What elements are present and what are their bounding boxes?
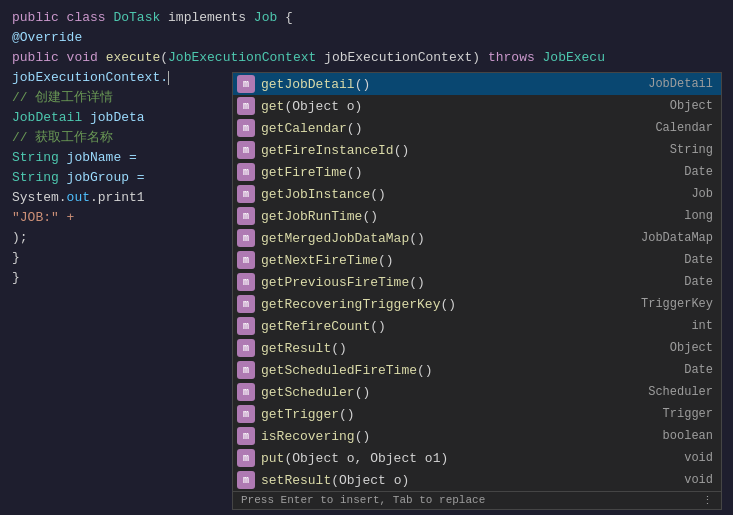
autocomplete-item-name: getScheduler() [261, 385, 637, 400]
method-icon: m [237, 163, 255, 181]
autocomplete-item-name: getNextFireTime() [261, 253, 637, 268]
method-icon: m [237, 229, 255, 247]
autocomplete-item[interactable]: mgetJobInstance()Job [233, 183, 721, 205]
autocomplete-item-return-type: JobDataMap [637, 231, 717, 245]
autocomplete-item-name: getRefireCount() [261, 319, 637, 334]
autocomplete-item-name: getJobInstance() [261, 187, 637, 202]
autocomplete-item[interactable]: msetResult(Object o)void [233, 469, 721, 491]
autocomplete-item-return-type: TriggerKey [637, 297, 717, 311]
autocomplete-item[interactable]: mgetResult()Object [233, 337, 721, 359]
method-icon: m [237, 119, 255, 137]
autocomplete-item[interactable]: mgetRefireCount()int [233, 315, 721, 337]
method-icon: m [237, 185, 255, 203]
method-icon: m [237, 427, 255, 445]
method-icon: m [237, 251, 255, 269]
method-icon: m [237, 317, 255, 335]
autocomplete-item-return-type: int [637, 319, 717, 333]
autocomplete-item-name: getRecoveringTriggerKey() [261, 297, 637, 312]
autocomplete-item[interactable]: mgetCalendar()Calendar [233, 117, 721, 139]
autocomplete-dropdown[interactable]: mgetJobDetail()JobDetailmget(Object o)Ob… [232, 72, 722, 510]
autocomplete-item-return-type: void [637, 451, 717, 465]
autocomplete-item-name: getTrigger() [261, 407, 637, 422]
autocomplete-item[interactable]: mgetMergedJobDataMap()JobDataMap [233, 227, 721, 249]
autocomplete-item-return-type: JobDetail [637, 77, 717, 91]
autocomplete-item[interactable]: mgetNextFireTime()Date [233, 249, 721, 271]
autocomplete-item-name: getJobRunTime() [261, 209, 637, 224]
autocomplete-item[interactable]: mget(Object o)Object [233, 95, 721, 117]
autocomplete-item-name: getJobDetail() [261, 77, 637, 92]
autocomplete-item[interactable]: mgetScheduledFireTime()Date [233, 359, 721, 381]
autocomplete-item[interactable]: mgetJobDetail()JobDetail [233, 73, 721, 95]
autocomplete-item-return-type: Calendar [637, 121, 717, 135]
autocomplete-item[interactable]: misRecovering()boolean [233, 425, 721, 447]
autocomplete-item-name: getPreviousFireTime() [261, 275, 637, 290]
autocomplete-item-return-type: Job [637, 187, 717, 201]
autocomplete-hint: Press Enter to insert, Tab to replace [241, 494, 485, 507]
autocomplete-item-name: isRecovering() [261, 429, 637, 444]
method-icon: m [237, 97, 255, 115]
autocomplete-item-name: get(Object o) [261, 99, 637, 114]
autocomplete-item-return-type: String [637, 143, 717, 157]
autocomplete-item-return-type: Date [637, 253, 717, 267]
autocomplete-item-return-type: long [637, 209, 717, 223]
autocomplete-item[interactable]: mgetPreviousFireTime()Date [233, 271, 721, 293]
autocomplete-item-return-type: Trigger [637, 407, 717, 421]
method-icon: m [237, 207, 255, 225]
autocomplete-item[interactable]: mgetJobRunTime()long [233, 205, 721, 227]
autocomplete-footer: Press Enter to insert, Tab to replace⋮ [233, 491, 721, 509]
autocomplete-item-return-type: Date [637, 363, 717, 377]
method-icon: m [237, 383, 255, 401]
method-icon: m [237, 361, 255, 379]
autocomplete-item-return-type: Object [637, 341, 717, 355]
method-icon: m [237, 273, 255, 291]
autocomplete-item-return-type: void [637, 473, 717, 487]
autocomplete-item-return-type: boolean [637, 429, 717, 443]
code-line-2: @Override [0, 28, 733, 48]
autocomplete-more-icon: ⋮ [702, 494, 713, 507]
autocomplete-item[interactable]: mgetRecoveringTriggerKey()TriggerKey [233, 293, 721, 315]
autocomplete-item-name: getCalendar() [261, 121, 637, 136]
autocomplete-item-return-type: Date [637, 275, 717, 289]
method-icon: m [237, 295, 255, 313]
autocomplete-item-name: setResult(Object o) [261, 473, 637, 488]
method-icon: m [237, 471, 255, 489]
autocomplete-item[interactable]: mgetFireInstanceId()String [233, 139, 721, 161]
autocomplete-item[interactable]: mgetScheduler()Scheduler [233, 381, 721, 403]
autocomplete-item-name: getFireInstanceId() [261, 143, 637, 158]
autocomplete-item-name: getResult() [261, 341, 637, 356]
autocomplete-item-return-type: Date [637, 165, 717, 179]
autocomplete-item-return-type: Object [637, 99, 717, 113]
autocomplete-item[interactable]: mgetTrigger()Trigger [233, 403, 721, 425]
code-line-1: public class DoTask implements Job { [0, 8, 733, 28]
code-line-3: public void execute(JobExecutionContext … [0, 48, 733, 68]
method-icon: m [237, 449, 255, 467]
method-icon: m [237, 141, 255, 159]
autocomplete-item[interactable]: mput(Object o, Object o1)void [233, 447, 721, 469]
autocomplete-item-name: getScheduledFireTime() [261, 363, 637, 378]
autocomplete-item-name: put(Object o, Object o1) [261, 451, 637, 466]
autocomplete-item-return-type: Scheduler [637, 385, 717, 399]
autocomplete-item-name: getFireTime() [261, 165, 637, 180]
method-icon: m [237, 405, 255, 423]
method-icon: m [237, 339, 255, 357]
autocomplete-item-name: getMergedJobDataMap() [261, 231, 637, 246]
method-icon: m [237, 75, 255, 93]
autocomplete-item[interactable]: mgetFireTime()Date [233, 161, 721, 183]
